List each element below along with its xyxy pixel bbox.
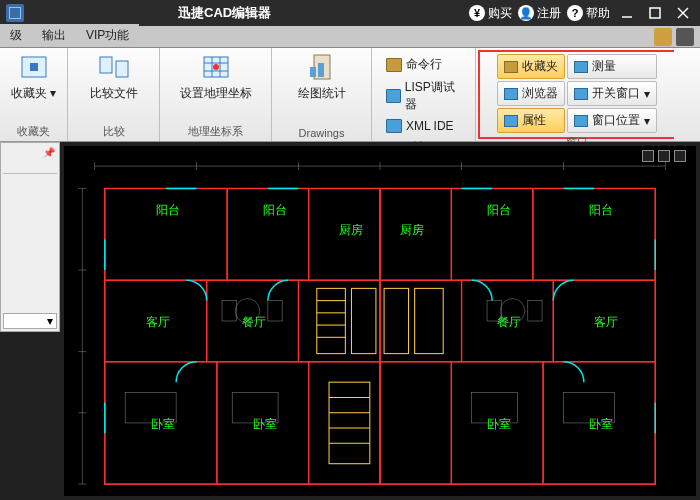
svg-rect-52 bbox=[351, 288, 375, 353]
svg-text:阳台: 阳台 bbox=[589, 203, 613, 217]
svg-point-13 bbox=[213, 64, 219, 70]
qat-icon-2[interactable] bbox=[676, 28, 694, 46]
cmd-icon bbox=[386, 58, 402, 72]
help-button[interactable]: ?帮助 bbox=[567, 5, 610, 22]
lisp-debug-button[interactable]: LISP调试器 bbox=[382, 77, 465, 115]
svg-text:厨房: 厨房 bbox=[339, 223, 363, 237]
canvas-max-icon[interactable] bbox=[658, 150, 670, 162]
svg-rect-48 bbox=[380, 362, 451, 484]
svg-rect-95 bbox=[528, 301, 542, 321]
user-icon: 👤 bbox=[518, 5, 534, 21]
favorites-win-button[interactable]: 收藏夹 bbox=[497, 54, 565, 79]
svg-rect-1 bbox=[650, 8, 660, 18]
svg-text:卧室: 卧室 bbox=[151, 417, 175, 431]
app-logo bbox=[6, 4, 24, 22]
svg-rect-41 bbox=[298, 280, 380, 362]
svg-text:厨房: 厨房 bbox=[400, 223, 424, 237]
winpos-icon bbox=[574, 115, 588, 127]
win-pos-button[interactable]: 窗口位置 ▾ bbox=[567, 108, 657, 133]
svg-text:阳台: 阳台 bbox=[487, 203, 511, 217]
svg-rect-5 bbox=[30, 63, 38, 71]
svg-rect-51 bbox=[317, 288, 346, 353]
geo-coords-button[interactable]: 设置地理坐标 bbox=[180, 52, 252, 102]
yen-icon: ¥ bbox=[469, 5, 485, 21]
side-dropdown[interactable]: ▾ bbox=[3, 313, 57, 329]
tab-output[interactable]: 输出 bbox=[32, 24, 76, 47]
svg-rect-92 bbox=[222, 301, 236, 321]
compare-icon bbox=[96, 52, 132, 82]
svg-rect-54 bbox=[415, 288, 444, 353]
svg-text:卧室: 卧室 bbox=[589, 417, 613, 431]
svg-rect-53 bbox=[384, 288, 408, 353]
svg-text:卧室: 卧室 bbox=[487, 417, 511, 431]
side-panel[interactable]: 📌 ▾ bbox=[0, 142, 60, 332]
svg-rect-59 bbox=[329, 382, 370, 464]
geo-icon bbox=[198, 52, 234, 82]
minimize-button[interactable] bbox=[616, 4, 638, 22]
group-caption: 比较 bbox=[103, 124, 125, 139]
close-button[interactable] bbox=[672, 4, 694, 22]
stats-icon bbox=[304, 52, 340, 82]
drawing-stats-button[interactable]: 绘图统计 bbox=[298, 52, 346, 102]
measure-icon bbox=[574, 61, 588, 73]
svg-text:餐厅: 餐厅 bbox=[242, 315, 266, 329]
measure-button[interactable]: 测量 bbox=[567, 54, 657, 79]
svg-text:卧室: 卧室 bbox=[253, 417, 277, 431]
group-caption: Drawings bbox=[299, 127, 345, 139]
favorites-icon bbox=[16, 52, 52, 82]
pin-icon[interactable]: 📌 bbox=[43, 147, 55, 158]
canvas-min-icon[interactable] bbox=[642, 150, 654, 162]
svg-rect-15 bbox=[310, 67, 316, 77]
cad-canvas[interactable]: 阳台阳台阳台阳台 厨房厨房 客厅餐厅餐厅客厅 卧室卧室卧室卧室 bbox=[64, 146, 696, 496]
floorplan-drawing: 阳台阳台阳台阳台 厨房厨房 客厅餐厅餐厅客厅 卧室卧室卧室卧室 bbox=[64, 146, 696, 496]
svg-text:客厅: 客厅 bbox=[146, 315, 170, 329]
switch-win-button[interactable]: 开关窗口 ▾ bbox=[567, 81, 657, 106]
svg-rect-42 bbox=[380, 280, 462, 362]
compare-files-button[interactable]: 比较文件 bbox=[90, 52, 138, 102]
props-icon bbox=[504, 115, 518, 127]
tab-level[interactable]: 级 bbox=[0, 24, 32, 47]
lisp-icon bbox=[386, 89, 401, 103]
properties-button[interactable]: 属性 bbox=[497, 108, 565, 133]
svg-rect-7 bbox=[116, 61, 128, 77]
group-caption: 收藏夹 bbox=[17, 124, 50, 139]
svg-rect-16 bbox=[318, 63, 324, 77]
group-caption: 地理坐标系 bbox=[188, 124, 243, 139]
tab-vip[interactable]: VIP功能 bbox=[76, 24, 139, 47]
fav-icon bbox=[504, 61, 518, 73]
help-icon: ? bbox=[567, 5, 583, 21]
register-button[interactable]: 👤注册 bbox=[518, 5, 561, 22]
svg-text:阳台: 阳台 bbox=[156, 203, 180, 217]
switch-icon bbox=[574, 88, 588, 100]
xml-icon bbox=[386, 119, 402, 133]
browser-button[interactable]: 浏览器 bbox=[497, 81, 565, 106]
svg-text:阳台: 阳台 bbox=[263, 203, 287, 217]
svg-text:客厅: 客厅 bbox=[594, 315, 618, 329]
cmdline-button[interactable]: 命令行 bbox=[382, 54, 465, 75]
browser-icon bbox=[504, 88, 518, 100]
buy-button[interactable]: ¥购买 bbox=[469, 5, 512, 22]
canvas-close-icon[interactable] bbox=[674, 150, 686, 162]
favorites-button[interactable]: 收藏夹 ▾ bbox=[11, 52, 56, 102]
qat-icon-1[interactable] bbox=[654, 28, 672, 46]
svg-rect-6 bbox=[100, 57, 112, 73]
svg-rect-93 bbox=[268, 301, 282, 321]
maximize-button[interactable] bbox=[644, 4, 666, 22]
xml-ide-button[interactable]: XML IDE bbox=[382, 117, 465, 135]
window-title: 迅捷CAD编辑器 bbox=[178, 4, 271, 22]
